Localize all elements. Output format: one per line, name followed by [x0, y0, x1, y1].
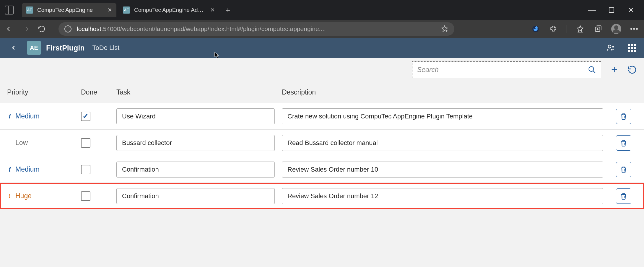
priority-cell: iMedium	[7, 165, 81, 173]
task-cell	[116, 162, 282, 178]
description-input[interactable]	[282, 162, 603, 178]
priority-icon: i	[7, 112, 12, 120]
task-input[interactable]	[116, 108, 275, 124]
delete-cell	[610, 135, 637, 151]
profile-avatar[interactable]	[611, 24, 621, 34]
done-cell	[81, 112, 116, 121]
app-refresh-button[interactable]	[627, 65, 637, 74]
delete-button[interactable]	[616, 135, 631, 151]
tab-title: CompuTec AppEngine	[37, 7, 105, 13]
collections-icon[interactable]	[593, 25, 602, 33]
description-cell	[282, 162, 610, 178]
delete-cell	[610, 188, 637, 204]
nav-forward-button[interactable]	[21, 25, 30, 33]
done-checkbox[interactable]	[81, 165, 90, 174]
site-info-icon[interactable]: i	[64, 25, 71, 32]
app-logo: AE	[27, 41, 41, 55]
done-checkbox[interactable]	[81, 138, 90, 148]
done-cell	[81, 165, 116, 174]
firefox-icon[interactable]	[531, 25, 540, 33]
done-checkbox[interactable]	[81, 112, 90, 121]
window-buttons: — ✕	[588, 6, 641, 14]
col-done: Done	[81, 88, 116, 96]
tab-close-button[interactable]: ✕	[210, 7, 215, 13]
priority-label: Low	[15, 139, 28, 147]
window-maximize-button[interactable]	[607, 6, 616, 14]
todo-table: Priority Done Task Description iMediumLo…	[0, 82, 644, 209]
delete-button[interactable]	[616, 162, 631, 177]
priority-label: Medium	[15, 165, 40, 173]
description-cell	[282, 135, 610, 151]
col-priority: Priority	[7, 88, 81, 96]
browser-nav-toolbar: i localhost:54000/webcontent/launchpad/w…	[0, 20, 644, 38]
add-button[interactable]: +	[609, 64, 619, 76]
svg-point-4	[589, 67, 593, 71]
priority-cell: Low	[7, 139, 81, 147]
table-row: iMedium	[0, 156, 644, 183]
url-bar[interactable]: i localhost:54000/webcontent/launchpad/w…	[58, 22, 454, 36]
delete-cell	[610, 162, 637, 177]
task-cell	[116, 188, 282, 204]
new-tab-button[interactable]: +	[226, 6, 230, 15]
app-grid-icon[interactable]	[627, 43, 637, 53]
priority-cell: iMedium	[7, 112, 81, 120]
priority-cell: !Huge	[7, 192, 81, 200]
table-row: iMedium	[0, 103, 644, 129]
nav-back-button[interactable]	[5, 25, 14, 33]
search-input[interactable]	[417, 66, 588, 74]
favorites-icon[interactable]	[576, 25, 585, 33]
task-input[interactable]	[116, 162, 275, 178]
done-checkbox[interactable]	[81, 191, 90, 201]
window-close-button[interactable]: ✕	[627, 6, 635, 14]
browser-menu-button[interactable]: •••	[630, 25, 639, 33]
add-favorite-icon[interactable]	[441, 25, 448, 33]
description-input[interactable]	[282, 135, 603, 151]
description-cell	[282, 108, 610, 124]
app-title: FirstPlugin	[46, 44, 85, 52]
priority-icon: i	[7, 165, 12, 173]
svg-point-3	[608, 45, 611, 48]
done-cell	[81, 138, 116, 148]
app-back-button[interactable]	[7, 41, 20, 54]
tab-favicon: AE	[123, 6, 130, 14]
browser-titlebar: AECompuTec AppEngine✕AECompuTec AppEngin…	[0, 0, 644, 20]
app-header: AE FirstPlugin ToDo List	[0, 38, 644, 58]
priority-label: Medium	[15, 112, 40, 120]
tab-favicon: AE	[26, 6, 33, 14]
task-input[interactable]	[116, 135, 275, 151]
delete-button[interactable]	[616, 109, 631, 124]
url-text: localhost:54000/webcontent/launchpad/web…	[77, 25, 435, 32]
search-icon[interactable]	[588, 66, 596, 74]
table-row: !Huge	[0, 183, 644, 209]
search-box[interactable]	[412, 61, 601, 78]
task-cell	[116, 108, 282, 124]
priority-icon: !	[7, 192, 12, 200]
done-cell	[81, 191, 116, 201]
col-task: Task	[116, 88, 282, 96]
description-input[interactable]	[282, 108, 603, 124]
app-subtitle: ToDo List	[92, 44, 120, 52]
extensions-icon[interactable]	[549, 25, 558, 33]
delete-button[interactable]	[616, 188, 631, 204]
description-input[interactable]	[282, 188, 603, 204]
user-settings-icon[interactable]	[606, 43, 616, 53]
tab-panels-icon[interactable]	[5, 6, 14, 14]
app-toolbar: +	[0, 58, 644, 82]
table-row: Low	[0, 129, 644, 156]
priority-label: Huge	[15, 192, 32, 200]
table-header-row: Priority Done Task Description	[0, 82, 644, 103]
browser-tab[interactable]: AECompuTec AppEngine Administr✕	[119, 3, 219, 17]
nav-refresh-button[interactable]	[37, 25, 46, 33]
col-description: Description	[282, 88, 610, 96]
task-cell	[116, 135, 282, 151]
tab-close-button[interactable]: ✕	[107, 7, 112, 13]
delete-cell	[610, 109, 637, 124]
description-cell	[282, 188, 610, 204]
browser-tab[interactable]: AECompuTec AppEngine✕	[22, 3, 116, 17]
window-minimize-button[interactable]: —	[588, 6, 596, 14]
tab-title: CompuTec AppEngine Administr	[134, 7, 207, 13]
task-input[interactable]	[116, 188, 275, 204]
